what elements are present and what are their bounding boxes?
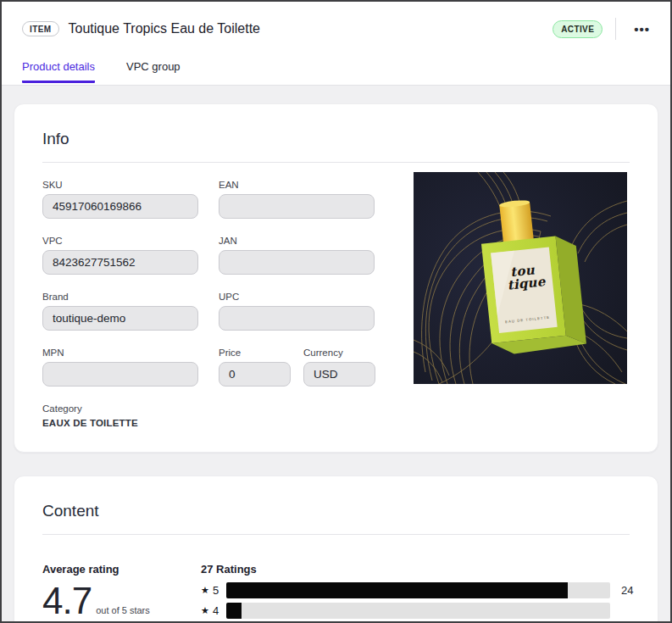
more-options-icon[interactable]: ••• — [629, 19, 655, 39]
star-number: 5 — [213, 584, 219, 597]
rating-bar-fill — [226, 603, 242, 619]
upc-input[interactable] — [219, 306, 375, 331]
rating-bar-track — [226, 603, 610, 619]
price-input[interactable] — [219, 362, 291, 387]
sku-input[interactable] — [42, 194, 198, 219]
bottle-cap — [499, 201, 534, 245]
ean-input[interactable] — [219, 194, 375, 219]
content-card: Content Average rating 4.7 out of 5 star… — [14, 476, 658, 623]
info-fields: SKU EAN VPC — [42, 180, 394, 428]
star-number: 4 — [213, 604, 219, 617]
field-jan: JAN — [219, 236, 375, 275]
field-vpc: VPC — [42, 236, 198, 275]
ratings-block: 27 Ratings ★ 5 24 ★ — [201, 563, 633, 623]
content-divider — [42, 534, 630, 535]
rating-count: 24 — [621, 584, 633, 597]
star-icon: ★ — [201, 606, 209, 615]
tab-bar: Product details VPC group — [22, 60, 655, 85]
page-header: ITEM Toutique Tropics Eau de Toilette AC… — [2, 2, 670, 86]
status-badge: ACTIVE — [553, 20, 603, 38]
field-brand: Brand — [42, 292, 198, 331]
mpn-label: MPN — [42, 348, 198, 358]
tab-product-details[interactable]: Product details — [22, 60, 95, 83]
item-type-badge: ITEM — [22, 21, 59, 36]
sku-label: SKU — [42, 180, 198, 190]
rating-row-label: ★ 4 — [201, 604, 226, 617]
main-content: Info SKU EAN — [2, 86, 670, 623]
brand-input[interactable] — [42, 306, 198, 331]
ratings-count-title: 27 Ratings — [201, 563, 633, 576]
info-divider — [42, 162, 630, 163]
category-value: EAUX DE TOILETTE — [42, 418, 394, 428]
vpc-label: VPC — [42, 236, 198, 246]
product-image: tou tique EAU DE TOILETTE — [414, 172, 627, 384]
content-heading: Content — [42, 502, 630, 520]
info-heading: Info — [42, 130, 630, 148]
rating-row-label: ★ 5 — [201, 584, 226, 597]
rating-bar-track — [226, 582, 610, 598]
ean-label: EAN — [219, 180, 375, 190]
info-card: Info SKU EAN — [14, 103, 658, 453]
jan-label: JAN — [219, 236, 375, 246]
field-category: Category EAUX DE TOILETTE — [42, 403, 394, 428]
app-window: ITEM Toutique Tropics Eau de Toilette AC… — [0, 0, 672, 623]
rating-row-4-star: ★ 4 — [201, 603, 633, 619]
tab-vpc-group[interactable]: VPC group — [126, 60, 180, 83]
field-mpn: MPN — [42, 348, 198, 387]
upc-label: UPC — [219, 292, 375, 302]
field-currency: Currency — [303, 348, 375, 387]
field-upc: UPC — [219, 292, 375, 331]
average-rating-block: Average rating 4.7 out of 5 stars — [42, 563, 201, 623]
average-rating-value: 4.7 — [42, 581, 92, 620]
header-divider — [615, 18, 616, 40]
currency-input[interactable] — [303, 362, 375, 387]
currency-label: Currency — [303, 348, 375, 358]
average-rating-label: Average rating — [42, 563, 201, 576]
field-price: Price — [219, 348, 291, 387]
mpn-input[interactable] — [42, 362, 198, 387]
field-sku: SKU — [42, 180, 198, 219]
category-label: Category — [42, 403, 394, 414]
rating-row-5-star: ★ 5 24 — [201, 582, 633, 598]
page-title: Toutique Tropics Eau de Toilette — [69, 21, 261, 36]
brand-label: Brand — [42, 292, 198, 302]
average-rating-suffix: out of 5 stars — [96, 605, 150, 615]
star-icon: ★ — [201, 586, 209, 595]
price-label: Price — [219, 348, 291, 358]
rating-bar-fill — [226, 582, 568, 598]
vpc-input[interactable] — [42, 250, 198, 275]
jan-input[interactable] — [219, 250, 375, 275]
field-ean: EAN — [219, 180, 375, 219]
